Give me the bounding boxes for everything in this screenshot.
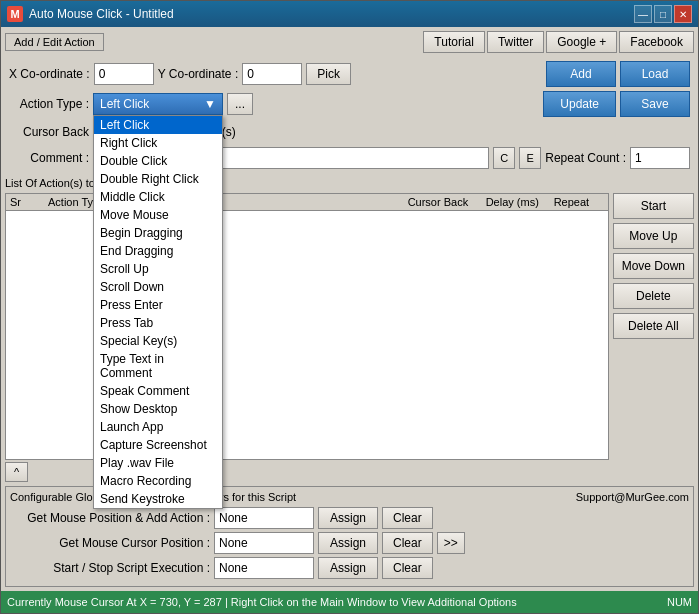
delete-all-button[interactable]: Delete All (613, 313, 694, 339)
dropdown-list: Left Click Right Click Double Click Doub… (93, 115, 223, 509)
scroll-up-button[interactable]: ^ (5, 462, 28, 482)
title-bar: M Auto Mouse Click - Untitled — □ ✕ (1, 1, 698, 27)
dropdown-item-capture-screenshot[interactable]: Capture Screenshot (94, 436, 222, 454)
dropdown-item-speak-comment[interactable]: Speak Comment (94, 382, 222, 400)
content-area: Add / Edit Action Tutorial Twitter Googl… (1, 27, 698, 591)
main-window: M Auto Mouse Click - Untitled — □ ✕ Add … (0, 0, 699, 614)
start-button[interactable]: Start (613, 193, 694, 219)
clear-button-3[interactable]: Clear (382, 557, 433, 579)
dropdown-item-macro-recording[interactable]: Macro Recording (94, 472, 222, 490)
assign-button-3[interactable]: Assign (318, 557, 378, 579)
dropdown-item-double-right-click[interactable]: Double Right Click (94, 170, 222, 188)
dropdown-item-begin-dragging[interactable]: Begin Dragging (94, 224, 222, 242)
close-button[interactable]: ✕ (674, 5, 692, 23)
repeat-section: Repeat Count : (545, 147, 690, 169)
window-title: Auto Mouse Click - Untitled (29, 7, 174, 21)
dropdown-item-press-tab[interactable]: Press Tab (94, 314, 222, 332)
load-button[interactable]: Load (620, 61, 690, 87)
shortcut-label-2: Get Mouse Cursor Position : (10, 536, 210, 550)
side-buttons: Start Move Up Move Down Delete Delete Al… (613, 193, 694, 460)
dropdown-item-play-wav[interactable]: Play .wav File (94, 454, 222, 472)
header-sr: Sr (10, 196, 40, 208)
facebook-button[interactable]: Facebook (619, 31, 694, 53)
num-lock-indicator: NUM (667, 596, 692, 608)
shortcut-row-2: Get Mouse Cursor Position : Assign Clear… (10, 532, 689, 554)
assign-button-1[interactable]: Assign (318, 507, 378, 529)
x-input[interactable] (94, 63, 154, 85)
section-label: Add / Edit Action (5, 33, 104, 51)
app-icon: M (7, 6, 23, 22)
action-type-dropdown-container: Left Click ▼ Left Click Right Click Doub… (93, 93, 223, 115)
shortcut-input-1[interactable] (214, 507, 314, 529)
update-button[interactable]: Update (543, 91, 616, 117)
dropdown-item-press-enter[interactable]: Press Enter (94, 296, 222, 314)
dropdown-item-show-desktop[interactable]: Show Desktop (94, 400, 222, 418)
twitter-button[interactable]: Twitter (487, 31, 544, 53)
dropdown-item-special-keys[interactable]: Special Key(s) (94, 332, 222, 350)
shortcut-label-1: Get Mouse Position & Add Action : (10, 511, 210, 525)
tutorial-button[interactable]: Tutorial (423, 31, 485, 53)
dropdown-item-double-click[interactable]: Double Click (94, 152, 222, 170)
dropdown-item-send-keystroke[interactable]: Send Keystroke (94, 490, 222, 508)
pick-button[interactable]: Pick (306, 63, 351, 85)
ellipsis-button[interactable]: ... (227, 93, 253, 115)
dropdown-item-right-click[interactable]: Right Click (94, 134, 222, 152)
header-cursor-back: Cursor Back (408, 196, 478, 208)
shortcut-row-1: Get Mouse Position & Add Action : Assign… (10, 507, 689, 529)
title-bar-left: M Auto Mouse Click - Untitled (7, 6, 174, 22)
dropdown-item-scroll-down[interactable]: Scroll Down (94, 278, 222, 296)
maximize-button[interactable]: □ (654, 5, 672, 23)
assign-button-2[interactable]: Assign (318, 532, 378, 554)
delete-button[interactable]: Delete (613, 283, 694, 309)
y-input[interactable] (242, 63, 302, 85)
nav-button[interactable]: >> (437, 532, 465, 554)
window-controls: — □ ✕ (634, 5, 692, 23)
dropdown-item-launch-app[interactable]: Launch App (94, 418, 222, 436)
header-repeat: Repeat (554, 196, 604, 208)
minimize-button[interactable]: — (634, 5, 652, 23)
dropdown-item-type-text[interactable]: Type Text in Comment (94, 350, 222, 382)
googleplus-button[interactable]: Google + (546, 31, 617, 53)
comment-label: Comment : (9, 151, 89, 165)
y-label: Y Co-ordinate : (158, 67, 239, 81)
dropdown-item-move-mouse[interactable]: Move Mouse (94, 206, 222, 224)
action-type-dropdown[interactable]: Left Click ▼ (93, 93, 223, 115)
clear-button-1[interactable]: Clear (382, 507, 433, 529)
top-bar: Add / Edit Action Tutorial Twitter Googl… (5, 31, 694, 53)
cursor-back-label: Cursor Back (9, 125, 89, 139)
dropdown-item-end-dragging[interactable]: End Dragging (94, 242, 222, 260)
c-button[interactable]: C (493, 147, 515, 169)
coordinates-row: X Co-ordinate : Y Co-ordinate : Pick Add… (9, 61, 690, 87)
action-type-label: Action Type : (9, 97, 89, 111)
repeat-count-label: Repeat Count : (545, 151, 626, 165)
dropdown-arrow: ▼ (204, 97, 216, 111)
top-bar-right: Tutorial Twitter Google + Facebook (423, 31, 694, 53)
form-section: X Co-ordinate : Y Co-ordinate : Pick Add… (5, 57, 694, 177)
shortcut-row-3: Start / Stop Script Execution : Assign C… (10, 557, 689, 579)
support-link[interactable]: Support@MurGee.com (576, 491, 689, 503)
dropdown-item-left-click[interactable]: Left Click (94, 116, 222, 134)
move-down-button[interactable]: Move Down (613, 253, 694, 279)
shortcut-input-2[interactable] (214, 532, 314, 554)
dropdown-item-scroll-up[interactable]: Scroll Up (94, 260, 222, 278)
status-bar: Currently Mouse Cursor At X = 730, Y = 2… (1, 591, 698, 613)
x-label: X Co-ordinate : (9, 67, 90, 81)
repeat-count-input[interactable] (630, 147, 690, 169)
save-button[interactable]: Save (620, 91, 690, 117)
dropdown-item-middle-click[interactable]: Middle Click (94, 188, 222, 206)
e-button[interactable]: E (519, 147, 541, 169)
add-button[interactable]: Add (546, 61, 616, 87)
move-up-button[interactable]: Move Up (613, 223, 694, 249)
clear-button-2[interactable]: Clear (382, 532, 433, 554)
action-type-value: Left Click (100, 97, 149, 111)
action-type-row: Action Type : Left Click ▼ Left Click Ri… (9, 91, 690, 117)
status-message: Currently Mouse Cursor At X = 730, Y = 2… (7, 596, 517, 608)
header-delay: Delay (ms) (486, 196, 546, 208)
shortcut-label-3: Start / Stop Script Execution : (10, 561, 210, 575)
shortcut-input-3[interactable] (214, 557, 314, 579)
